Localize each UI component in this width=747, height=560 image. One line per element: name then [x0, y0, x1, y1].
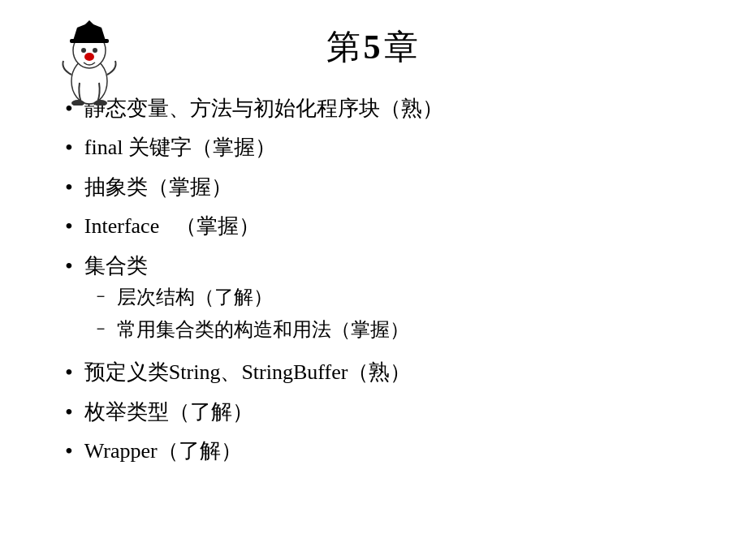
bullet-dot: •: [65, 437, 73, 466]
title-number: 5: [364, 28, 384, 66]
bullet-text: 枚举类型（了解）: [84, 398, 698, 427]
bullet-text: 集合类: [84, 254, 148, 278]
svg-rect-3: [70, 39, 109, 43]
bullet-text: 静态变量、方法与初始化程序块（熟）: [84, 94, 698, 123]
bullet-dot: •: [65, 173, 73, 202]
sub-bullet-dot: －: [93, 284, 109, 307]
title-suffix: 章: [384, 28, 421, 66]
list-item: • 静态变量、方法与初始化程序块（熟）: [65, 94, 698, 123]
list-item: • 预定义类String、StringBuffer（熟）: [65, 358, 698, 387]
sub-bullet-dot: －: [93, 317, 109, 339]
bullet-text: 抽象类（掌握）: [84, 173, 698, 202]
title-text: 第: [326, 28, 364, 66]
svg-point-6: [93, 48, 97, 53]
bullet-dot: •: [65, 133, 73, 162]
bullet-dot: •: [65, 398, 73, 427]
sub-list-item: － 常用集合类的构造和用法（掌握）: [93, 317, 698, 344]
list-item: • Interface （掌握）: [65, 212, 698, 241]
slide-content: • 静态变量、方法与初始化程序块（熟） • final 关键字（掌握） • 抽象…: [49, 94, 698, 466]
bullet-dot: •: [65, 212, 73, 241]
bullet-text: final 关键字（掌握）: [84, 133, 698, 162]
bullet-dot: •: [65, 252, 73, 281]
list-item: • 抽象类（掌握）: [65, 173, 698, 202]
sub-item-text: 常用集合类的构造和用法（掌握）: [117, 317, 409, 344]
bullet-text: Wrapper（了解）: [84, 437, 698, 466]
slide: 第5章 • 静态变量、方法与初始化程序块（熟） • final 关键字（掌握） …: [0, 0, 747, 560]
sub-list-item: － 层次结构（了解）: [93, 284, 698, 312]
list-item: • 集合类 － 层次结构（了解） － 常用集合类的构造和用法（掌握）: [65, 252, 698, 349]
bullet-text: 预定义类String、StringBuffer（熟）: [84, 358, 698, 387]
slide-header: 第5章: [49, 16, 698, 70]
list-item: • 枚举类型（了解）: [65, 398, 698, 427]
list-item: • Wrapper（了解）: [65, 437, 698, 466]
svg-point-7: [84, 53, 94, 61]
sub-item-text: 层次结构（了解）: [117, 284, 273, 312]
title-area: 第5章: [49, 16, 698, 70]
slide-title: 第5章: [49, 24, 698, 70]
sub-list: － 层次结构（了解） － 常用集合类的构造和用法（掌握）: [93, 284, 698, 343]
bullet-text: Interface （掌握）: [84, 212, 698, 241]
bullet-dot: •: [65, 358, 73, 387]
list-item: • final 关键字（掌握）: [65, 133, 698, 162]
svg-point-5: [81, 48, 86, 53]
bullet-list: • 静态变量、方法与初始化程序块（熟） • final 关键字（掌握） • 抽象…: [65, 94, 698, 466]
mascot-icon: [49, 16, 130, 106]
bullet-content-with-sub: 集合类 － 层次结构（了解） － 常用集合类的构造和用法（掌握）: [84, 252, 698, 349]
